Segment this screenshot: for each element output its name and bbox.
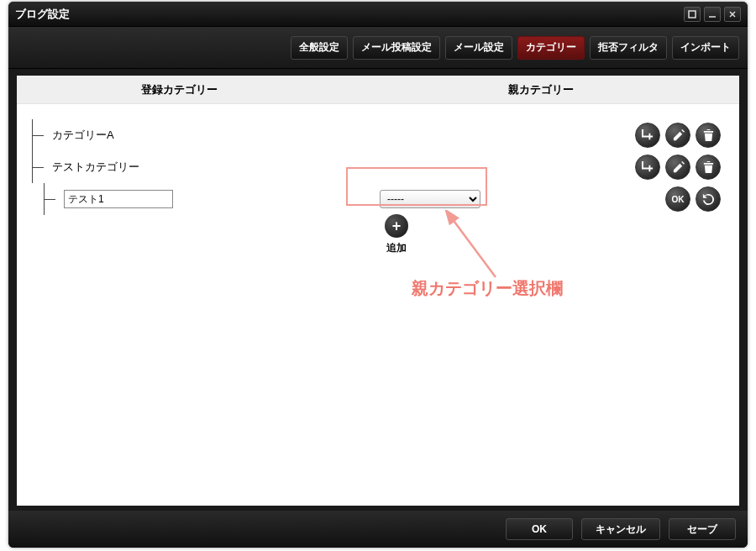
svg-rect-0 <box>689 11 696 18</box>
add-child-button[interactable] <box>635 155 660 180</box>
save-button[interactable]: セーブ <box>669 518 736 540</box>
dialog-footer: OK キャンセル セーブ <box>8 511 748 548</box>
add-category-label: 追加 <box>385 241 408 255</box>
tab-mail[interactable]: メール設定 <box>445 36 512 60</box>
add-child-button[interactable] <box>635 123 660 148</box>
parent-category-select[interactable]: ----- <box>380 190 480 208</box>
cancel-button[interactable]: キャンセル <box>581 518 660 540</box>
titlebar: ブログ設定 <box>8 2 748 27</box>
add-category-group: + 追加 <box>385 214 408 255</box>
close-button[interactable] <box>724 7 741 22</box>
category-row-editing: ----- OK <box>27 183 729 215</box>
window-title: ブログ設定 <box>15 7 680 22</box>
column-header-row: 登録カテゴリー 親カテゴリー <box>17 76 739 104</box>
edit-button[interactable] <box>665 123 690 148</box>
tab-import[interactable]: インポート <box>672 36 739 60</box>
maximize-button[interactable] <box>684 7 701 22</box>
category-label: テストカテゴリー <box>52 160 139 175</box>
category-row: テストカテゴリー <box>27 151 729 183</box>
category-label: カテゴリーA <box>52 128 114 143</box>
tab-mail-post[interactable]: メール投稿設定 <box>353 36 440 60</box>
tab-bar: 全般設定 メール投稿設定 メール設定 カテゴリー 拒否フィルタ インポート <box>8 27 748 69</box>
category-row: カテゴリーA <box>27 119 729 151</box>
annotation-arrow-icon <box>437 210 512 286</box>
tab-deny-filter[interactable]: 拒否フィルタ <box>590 36 667 60</box>
tab-general[interactable]: 全般設定 <box>291 36 348 60</box>
edit-button[interactable] <box>665 155 690 180</box>
ok-button[interactable]: OK <box>506 518 573 540</box>
column-registered-category: 登録カテゴリー <box>17 82 342 97</box>
dialog-window: ブログ設定 全般設定 メール投稿設定 メール設定 カテゴリー 拒否フィルタ イン… <box>8 2 748 548</box>
plus-icon: + <box>392 218 402 235</box>
delete-button[interactable] <box>696 155 721 180</box>
annotation-text: 親カテゴリー選択欄 <box>412 277 563 300</box>
tree-connector-icon <box>39 183 64 215</box>
content-panel: 登録カテゴリー 親カテゴリー カテゴリーA テストカテ <box>17 76 739 506</box>
category-rows: カテゴリーA テストカテゴリー <box>17 104 739 215</box>
minimize-button[interactable] <box>704 7 721 22</box>
ok-row-button[interactable]: OK <box>665 186 690 212</box>
tree-connector-icon <box>27 151 52 183</box>
content-outer: 登録カテゴリー 親カテゴリー カテゴリーA テストカテ <box>8 69 748 511</box>
delete-button[interactable] <box>696 123 721 148</box>
tab-category[interactable]: カテゴリー <box>517 36 585 60</box>
column-parent-category: 親カテゴリー <box>342 82 739 97</box>
add-category-button[interactable]: + <box>385 214 408 238</box>
svg-line-4 <box>452 218 496 277</box>
revert-button[interactable] <box>696 186 721 212</box>
category-name-input[interactable] <box>64 190 173 208</box>
tree-connector-icon <box>27 119 52 151</box>
